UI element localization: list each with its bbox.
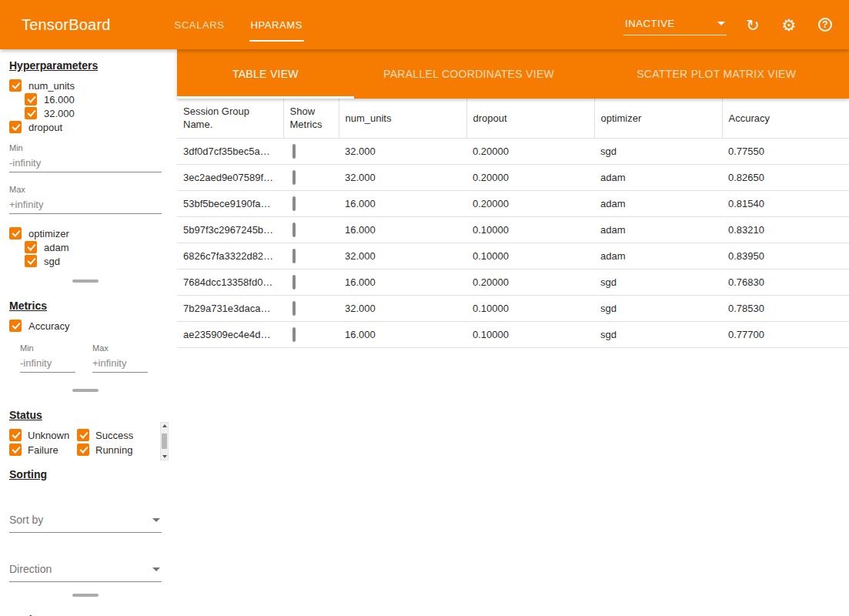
show-metrics-checkbox[interactable] xyxy=(292,223,296,237)
cell-session-group-name: 53bf5bece9190fa… xyxy=(177,190,283,216)
status-scrollbar[interactable] xyxy=(160,422,169,460)
cell-num-units: 32.000 xyxy=(339,138,466,164)
cell-num-units: 16.000 xyxy=(339,269,466,295)
status-failure-row[interactable]: Failure xyxy=(9,443,77,457)
optimizer-sgd-label: sgd xyxy=(44,256,60,267)
show-metrics-checkbox[interactable] xyxy=(292,144,296,159)
section-resize-handle[interactable] xyxy=(72,280,99,283)
tab-scatter-plot-matrix-view[interactable]: SCATTER PLOT MATRIX VIEW xyxy=(583,49,849,99)
optimizer-adam-row[interactable]: adam xyxy=(25,240,162,254)
show-metrics-checkbox[interactable] xyxy=(292,196,296,211)
accuracy-checkbox[interactable] xyxy=(9,320,22,332)
cell-dropout: 0.10000 xyxy=(466,295,594,321)
table-row[interactable]: 7b29a731e3daca… 32.000 0.10000 sgd 0.785… xyxy=(177,295,849,321)
dropout-max-input[interactable] xyxy=(9,196,162,214)
status-running-label: Running xyxy=(95,444,132,456)
status-failure-checkbox[interactable] xyxy=(9,444,22,456)
optimizer-adam-checkbox[interactable] xyxy=(25,241,37,253)
help-icon[interactable]: ? xyxy=(815,15,835,35)
sorting-heading: Sorting xyxy=(9,468,162,480)
sort-by-value: Sort by xyxy=(9,514,43,526)
sidebar: Hyperparameters num_units 16.000 32.000 … xyxy=(0,49,171,616)
tab-table-view[interactable]: TABLE VIEW xyxy=(177,49,354,99)
status-unknown-label: Unknown xyxy=(28,430,69,441)
scroll-down-icon[interactable] xyxy=(162,455,167,458)
hparam-optimizer-row[interactable]: optimizer xyxy=(9,226,162,240)
hparam-dropout-row[interactable]: dropout xyxy=(9,120,162,134)
status-running-checkbox[interactable] xyxy=(77,444,89,456)
cell-accuracy: 0.82650 xyxy=(722,164,849,190)
hyperparameters-heading: Hyperparameters xyxy=(9,59,162,72)
run-status-value: INACTIVE xyxy=(625,18,675,29)
app-title: TensorBoard xyxy=(22,16,111,34)
scroll-up-icon[interactable] xyxy=(162,424,167,427)
direction-value: Direction xyxy=(9,563,52,575)
cell-optimizer: adam xyxy=(594,190,722,216)
table-header-row: Session Group Name. Show Metrics num_uni… xyxy=(177,99,849,138)
show-metrics-checkbox[interactable] xyxy=(292,275,296,290)
num-units-label: num_units xyxy=(28,80,75,92)
cell-session-group-name: 7684dcc13358fd0… xyxy=(177,269,283,295)
metrics-max-input[interactable] xyxy=(92,355,148,373)
cell-accuracy: 0.77550 xyxy=(722,138,849,164)
metrics-section: Metrics Accuracy Min Max xyxy=(0,291,171,380)
sort-by-select[interactable]: Sort by xyxy=(9,510,162,533)
metrics-min-input[interactable] xyxy=(20,355,75,373)
view-tabs: TABLE VIEW PARALLEL COORDINATES VIEW SCA… xyxy=(177,49,849,99)
num-units-value-32-row[interactable]: 32.000 xyxy=(25,106,162,120)
table-row[interactable]: 5b97f3c2967245b… 16.000 0.10000 adam 0.8… xyxy=(177,216,849,243)
cell-dropout: 0.10000 xyxy=(466,216,594,243)
tab-parallel-coordinates-view[interactable]: PARALLEL COORDINATES VIEW xyxy=(354,49,584,99)
cell-optimizer: sgd xyxy=(594,295,722,321)
cell-accuracy: 0.83950 xyxy=(722,243,849,269)
show-metrics-checkbox[interactable] xyxy=(292,170,296,185)
section-resize-handle[interactable] xyxy=(72,389,99,392)
show-metrics-checkbox[interactable] xyxy=(292,249,296,263)
table-row[interactable]: 3df0d7cf35bec5a… 32.000 0.20000 sgd 0.77… xyxy=(177,138,849,164)
num-units-value-16-row[interactable]: 16.000 xyxy=(25,92,162,106)
dropout-min-input[interactable] xyxy=(9,155,162,172)
gear-icon[interactable]: ⚙ xyxy=(779,15,799,35)
cell-accuracy: 0.81540 xyxy=(722,190,849,216)
table-row[interactable]: 53bf5bece9190fa… 16.000 0.20000 adam 0.8… xyxy=(177,190,849,216)
metrics-minmax-row: Min Max xyxy=(20,343,162,373)
status-success-row[interactable]: Success xyxy=(77,428,145,442)
direction-select[interactable]: Direction xyxy=(9,559,162,582)
table-row[interactable]: 3ec2aed9e07589f… 32.000 0.20000 adam 0.8… xyxy=(177,164,849,190)
dropout-checkbox[interactable] xyxy=(9,121,22,133)
optimizer-adam-label: adam xyxy=(44,242,69,253)
cell-session-group-name: 6826c7fa3322d82… xyxy=(177,243,283,269)
scrollbar-thumb[interactable] xyxy=(162,434,167,449)
num-units-32-checkbox[interactable] xyxy=(25,107,37,119)
status-success-checkbox[interactable] xyxy=(77,429,89,441)
chevron-down-icon xyxy=(152,567,160,571)
optimizer-sgd-row[interactable]: sgd xyxy=(25,254,162,268)
show-metrics-checkbox[interactable] xyxy=(292,301,296,316)
column-header-optimizer: optimizer xyxy=(594,99,722,138)
tab-scalars[interactable]: SCALARS xyxy=(162,0,238,49)
cell-num-units: 32.000 xyxy=(339,164,466,190)
chevron-down-icon xyxy=(717,22,725,25)
metrics-min-field: Min xyxy=(20,343,75,373)
status-unknown-checkbox[interactable] xyxy=(9,429,22,441)
metric-accuracy-row[interactable]: Accuracy xyxy=(9,319,162,333)
num-units-checkbox[interactable] xyxy=(9,79,22,92)
optimizer-checkbox[interactable] xyxy=(9,227,22,239)
help-glyph: ? xyxy=(818,18,832,32)
table-row[interactable]: ae235909ec4e4d… 16.000 0.10000 sgd 0.777… xyxy=(177,321,849,347)
table-row[interactable]: 7684dcc13358fd0… 16.000 0.20000 sgd 0.76… xyxy=(177,269,849,295)
section-resize-handle[interactable] xyxy=(72,594,99,597)
hparam-num-units-row[interactable]: num_units xyxy=(9,79,162,92)
tab-hparams[interactable]: HPARAMS xyxy=(238,0,316,49)
optimizer-sgd-checkbox[interactable] xyxy=(25,255,37,267)
status-unknown-row[interactable]: Unknown xyxy=(9,428,77,442)
optimizer-label: optimizer xyxy=(28,228,69,239)
show-metrics-checkbox[interactable] xyxy=(292,327,296,342)
cell-session-group-name: 7b29a731e3daca… xyxy=(177,295,283,321)
status-running-row[interactable]: Running xyxy=(77,443,145,457)
num-units-16-checkbox[interactable] xyxy=(25,93,37,105)
gear-glyph: ⚙ xyxy=(782,17,797,33)
table-row[interactable]: 6826c7fa3322d82… 32.000 0.10000 adam 0.8… xyxy=(177,243,849,269)
refresh-icon[interactable]: ↻ xyxy=(743,15,763,35)
run-status-select[interactable]: INACTIVE xyxy=(623,15,727,35)
